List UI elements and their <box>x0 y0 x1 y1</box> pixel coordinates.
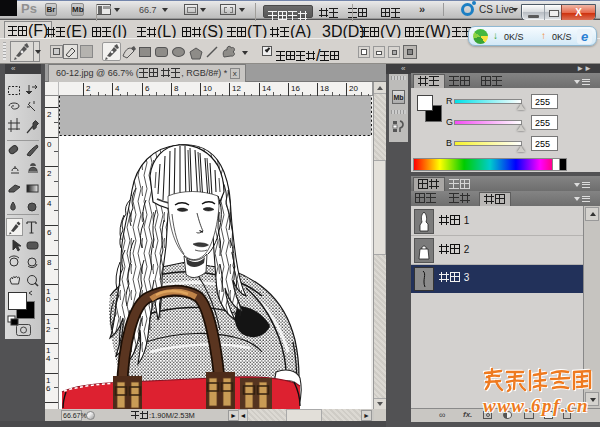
svg-text:2: 2 <box>47 169 52 178</box>
svg-text:18: 18 <box>320 84 329 93</box>
svg-text:2: 2 <box>47 110 52 119</box>
svg-text:6: 6 <box>47 228 52 237</box>
svg-text:0: 0 <box>47 140 52 149</box>
svg-text:0: 0 <box>46 295 51 304</box>
svg-text:14: 14 <box>262 84 271 93</box>
svg-text:4: 4 <box>46 354 51 363</box>
svg-text:8: 8 <box>47 258 52 267</box>
svg-text:2: 2 <box>86 84 91 93</box>
svg-text:8: 8 <box>174 84 179 93</box>
svg-text:2: 2 <box>46 325 51 334</box>
svg-text:4: 4 <box>115 84 120 93</box>
svg-text:12: 12 <box>232 84 241 93</box>
svg-text:4: 4 <box>47 199 52 208</box>
svg-text:6: 6 <box>46 384 51 393</box>
svg-text:16: 16 <box>291 84 300 93</box>
svg-text:10: 10 <box>203 84 212 93</box>
svg-text:6: 6 <box>145 84 150 93</box>
svg-text:20: 20 <box>349 84 358 93</box>
